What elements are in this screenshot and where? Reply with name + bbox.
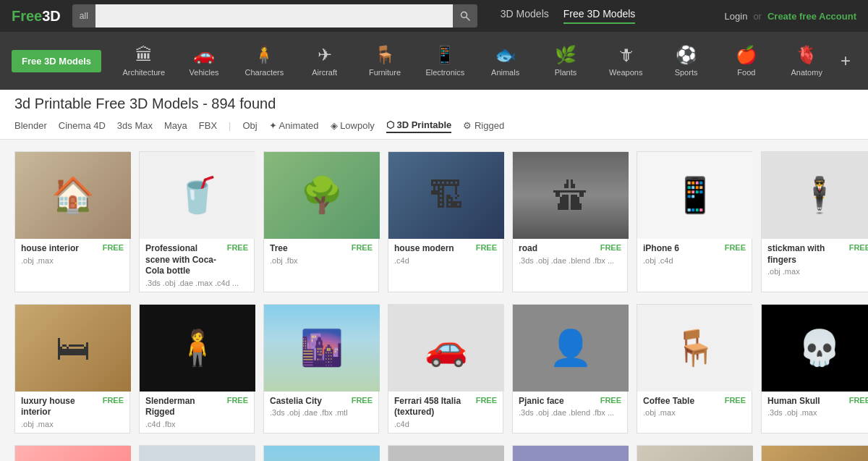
model-card[interactable]: 📱iPhone 6FREE.obj .c4d: [637, 151, 752, 292]
model-card[interactable]: 🌆Castelia CityFREE.3ds .obj .dae .fbx .m…: [263, 304, 379, 433]
model-formats: .c4d: [394, 256, 497, 265]
model-name: road: [519, 243, 597, 255]
model-card[interactable]: 👧anime girlFREE.obj: [14, 445, 130, 461]
model-name: Ferrari 458 Italia (textured): [394, 396, 473, 418]
filter-tab-3ds-max[interactable]: 3ds Max: [117, 119, 153, 132]
model-card[interactable]: 🌳TreeFREE.obj .fbx: [263, 151, 379, 292]
model-card[interactable]: 🥤Professional scene with Coca-Cola bottl…: [139, 151, 255, 292]
filter-tabs: BlenderCinema 4D3ds MaxMayaFBX|Obj✦ Anim…: [14, 118, 854, 133]
free-badge: FREE: [725, 243, 746, 252]
model-thumbnail: 🌆: [264, 305, 380, 392]
model-thumbnail: 🥤: [140, 152, 255, 239]
filter-tab-lowpoly[interactable]: ◈ Lowpoly: [331, 119, 375, 132]
nav-free-3d-models[interactable]: Free 3D Models: [563, 8, 636, 24]
model-thumbnail: 🏗: [388, 152, 504, 239]
search-scope-button[interactable]: all: [72, 4, 95, 28]
category-weapons[interactable]: 🗡Weapons: [604, 45, 647, 77]
free3d-button[interactable]: Free 3D Models: [12, 50, 101, 72]
category-sports[interactable]: ⚽Sports: [665, 45, 708, 77]
model-name: Pjanic face: [519, 396, 597, 407]
svg-point-0: [461, 12, 467, 18]
login-link[interactable]: Login: [725, 11, 748, 22]
filter-tab-rigged[interactable]: ⚙ Rigged: [463, 119, 504, 132]
model-formats: .c4d: [394, 420, 497, 428]
model-card[interactable]: 🛏luxury house interiorFREE.obj .max: [14, 304, 130, 433]
filter-tab-3d-printable[interactable]: ⬡ 3D Printable: [386, 118, 451, 133]
model-card[interactable]: 🌉FREE.obj: [263, 445, 379, 461]
category-animals[interactable]: 🐟Animals: [484, 45, 527, 77]
model-thumbnail: 💀: [762, 305, 868, 392]
free-badge: FREE: [227, 243, 248, 252]
model-name: luxury house interior: [21, 396, 100, 418]
free-badge: FREE: [352, 396, 373, 405]
category-vehicles[interactable]: 🚗Vehicles: [182, 45, 226, 77]
model-card[interactable]: 🚿FREE.obj: [637, 445, 752, 461]
model-thumbnail: 🧍: [140, 305, 255, 392]
search-button[interactable]: [453, 4, 477, 28]
category-furniture[interactable]: 🪑Furniture: [363, 45, 407, 77]
model-card[interactable]: 👤Pjanic faceFREE.3ds .obj .dae .blend .f…: [512, 304, 628, 433]
filter-tab-animated[interactable]: ✦ Animated: [269, 119, 319, 132]
model-card[interactable]: 🚘FREE.obj: [388, 445, 503, 461]
model-card[interactable]: 🛋sofaFREE.obj .max: [139, 445, 255, 461]
model-thumbnail: 🌳: [264, 152, 380, 239]
category-label: Food: [737, 68, 755, 77]
filter-tab-obj[interactable]: Obj: [242, 119, 257, 132]
model-name: iPhone 6: [643, 243, 722, 255]
category-characters[interactable]: 🧍Characters: [242, 45, 286, 77]
category-architecture[interactable]: 🏛Architecture: [122, 45, 166, 77]
model-name: Human Skull: [767, 396, 846, 407]
model-thumbnail: 🚿: [637, 446, 753, 461]
more-categories-button[interactable]: +: [835, 51, 856, 71]
category-plants[interactable]: 🌿Plants: [544, 45, 587, 77]
model-row-1: 🏠house interiorFREE.obj .max🥤Professiona…: [14, 151, 854, 292]
model-card[interactable]: 🛣roadFREE.3ds .obj .dae .blend .fbx ...: [512, 151, 628, 292]
free-badge: FREE: [600, 243, 621, 252]
nav-links: 3D Models Free 3D Models: [501, 8, 636, 24]
search-bar: all: [72, 4, 477, 28]
model-name: Professional scene with Coca-Cola bottle: [145, 243, 224, 277]
model-card[interactable]: 🪑Coffee TableFREE.obj .max: [637, 304, 752, 433]
model-card[interactable]: 🏗house modernFREE.c4d: [388, 151, 503, 292]
model-name: house modern: [394, 243, 473, 255]
free-badge: FREE: [103, 396, 124, 405]
filters-bar: 3d Printable Free 3D Models - 894 found …: [0, 90, 868, 140]
category-label: Electronics: [425, 68, 464, 77]
anatomy-icon: 🫀: [796, 45, 817, 65]
model-thumbnail: 🏠: [15, 152, 131, 239]
model-card[interactable]: 🌲FREE.obj: [761, 445, 868, 461]
svg-line-1: [467, 17, 469, 20]
model-card[interactable]: 🧍Slenderman RiggedFREE.c4d .fbx: [139, 304, 255, 433]
filter-tab-maya[interactable]: Maya: [164, 119, 187, 132]
category-anatomy[interactable]: 🫀Anatomy: [785, 45, 828, 77]
nav-3d-models[interactable]: 3D Models: [501, 8, 549, 24]
model-card[interactable]: 💀Human SkullFREE.3ds .obj .max: [761, 304, 868, 433]
model-thumbnail: 🦋: [513, 446, 629, 461]
filter-tab-fbx[interactable]: FBX: [199, 119, 217, 132]
category-label: Sports: [675, 68, 698, 77]
category-electronics[interactable]: 📱Electronics: [423, 45, 467, 77]
model-formats: .obj .max: [21, 420, 124, 428]
top-navigation: Free3D all 3D Models Free 3D Models Logi…: [0, 0, 868, 32]
category-aircraft[interactable]: ✈Aircraft: [303, 45, 346, 77]
model-name: Slenderman Rigged: [145, 396, 224, 418]
model-name: Tree: [270, 243, 349, 255]
aircraft-icon: ✈: [318, 45, 332, 65]
category-food[interactable]: 🍎Food: [725, 45, 768, 77]
category-label: Anatomy: [791, 68, 822, 77]
model-thumbnail: 🪑: [637, 305, 753, 392]
model-card[interactable]: 🦋angelFREE.obj: [512, 445, 628, 461]
model-thumbnail: 👧: [15, 446, 131, 461]
model-card[interactable]: 🚗Ferrari 458 Italia (textured)FREE.c4d: [388, 304, 503, 433]
logo[interactable]: Free3D: [12, 8, 61, 25]
electronics-icon: 📱: [434, 45, 456, 65]
filter-tab-cinema-4d[interactable]: Cinema 4D: [59, 119, 106, 132]
search-input[interactable]: [95, 4, 453, 28]
filter-tab-blender[interactable]: Blender: [14, 119, 47, 132]
model-card[interactable]: 🏠house interiorFREE.obj .max: [14, 151, 130, 292]
model-card[interactable]: 🕴stickman with fingersFREE.obj .max: [761, 151, 868, 292]
animals-icon: 🐟: [495, 45, 516, 65]
create-account-link[interactable]: Create free Account: [767, 11, 856, 22]
free-badge: FREE: [476, 396, 497, 405]
free-badge: FREE: [352, 243, 373, 252]
